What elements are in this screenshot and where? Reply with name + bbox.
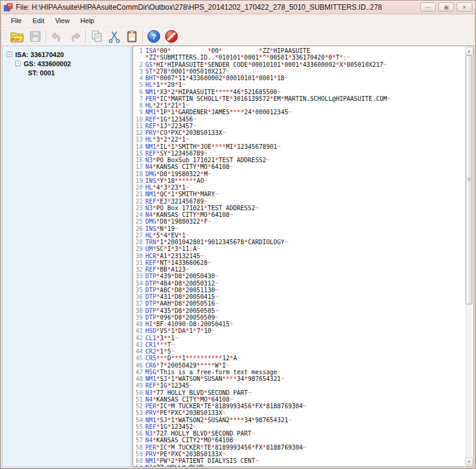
line-number: 45 xyxy=(135,355,143,361)
open-edi-file-button[interactable]: EDI xyxy=(9,29,26,45)
edi-line: 54NM1*SJ*1*WATSON2*SUSAN2****34*98765432… xyxy=(135,417,464,423)
edi-line: 19INS*Y*18******AO~ xyxy=(135,177,464,184)
title-bar[interactable]: File: H:\HIPAAsuite\HIPAAsuiteCommDir\Ou… xyxy=(1,1,475,14)
tree-item-gs[interactable]: -GS: 433600002 xyxy=(2,59,131,68)
line-text: NM1*IL*1*SMITH*JOE****MI*12345678901~ xyxy=(145,143,281,150)
copy-button[interactable] xyxy=(88,29,105,45)
scroll-up-arrow-icon[interactable]: ▲ xyxy=(465,47,473,55)
line-number: 55 xyxy=(135,423,143,430)
line-number: 14 xyxy=(135,143,143,150)
paste-button[interactable] xyxy=(123,29,140,45)
scrollbar-grip-icon xyxy=(467,178,471,182)
redo-button xyxy=(66,29,83,45)
line-number: 60 xyxy=(135,457,143,464)
line-text: UM*SC*I*3*11:A~ xyxy=(145,245,200,252)
line-number: 19 xyxy=(135,177,143,184)
edi-line: 27HL*5*4*EV*1~ xyxy=(135,232,464,239)
line-text: N3*77 HOLLY BLVD*SECOND PART~ xyxy=(145,389,252,396)
line-number: 22 xyxy=(135,198,143,205)
copy-icon xyxy=(90,30,103,43)
edi-line: 47MSG*This is a free-form text message~ xyxy=(135,369,464,375)
line-number: 9 xyxy=(135,109,143,115)
line-number: 15 xyxy=(135,150,143,157)
line-text: REF*BB*A123~ xyxy=(145,266,189,273)
toolbar-grip-handle[interactable] xyxy=(4,30,6,43)
menu-view[interactable]: View xyxy=(50,15,75,26)
line-text: CR5***D***1**********12*A~ xyxy=(145,355,241,361)
edi-line: 38DTP*435*D8*20050505~ xyxy=(135,307,464,314)
help-button[interactable]: ? xyxy=(145,29,162,45)
undo-button xyxy=(48,29,66,45)
collapse-expander-icon[interactable]: - xyxy=(15,61,21,66)
edi-line: 57N4*KANSAS CITY2*MO*64108~ xyxy=(135,437,464,443)
line-number: 7 xyxy=(135,95,143,102)
line-number: 26 xyxy=(135,225,143,232)
line-text: REF*1J*223457~ xyxy=(145,123,196,129)
edi-line: 4BHT*0007*11*433600002*00010101*0001*18~ xyxy=(135,75,464,81)
edi-line: 37DTP*AAH*D8*20050516~ xyxy=(135,300,464,307)
line-number: 53 xyxy=(135,409,143,416)
line-number: 17 xyxy=(135,163,143,170)
edi-line: 17N4*KANSAS CITY*MO*64108~ xyxy=(135,163,464,170)
tree-item-st[interactable]: ST: 0001 xyxy=(2,68,131,77)
edi-line: 32REF*BB*A123~ xyxy=(135,266,464,273)
edi-line: 44CR2*1*5~ xyxy=(135,348,464,355)
vertical-scrollbar[interactable]: ▲ ▼ xyxy=(465,47,473,466)
line-text: PRV*PE*PXC*203BS0133X~ xyxy=(145,409,226,416)
scrollbar-thumb[interactable] xyxy=(466,55,472,304)
line-text: INS*N*19~ xyxy=(145,225,178,232)
line-number: 51 xyxy=(135,396,143,403)
menu-edit[interactable]: Edit xyxy=(27,15,50,26)
tree-item-isa[interactable]: -ISA: 336170420 xyxy=(2,50,131,59)
tree-item-label: ST: 0001 xyxy=(28,69,55,77)
line-text: ST*278*0001*005010X217~ xyxy=(145,68,230,75)
svg-text:EDI: EDI xyxy=(12,37,20,42)
edi-line: 61N3*77 HOLLY BLVD xyxy=(135,464,464,467)
open-edi-folder-icon: EDI xyxy=(10,30,25,43)
line-text: NM1*SJ*1*WATSON2*SUSAN2****34*987654321~ xyxy=(145,417,292,423)
cut-button[interactable] xyxy=(105,29,123,45)
menu-help[interactable]: Help xyxy=(75,15,100,26)
edi-line: 36DTP*431*D8*20050415~ xyxy=(135,293,464,300)
collapse-expander-icon[interactable]: - xyxy=(7,52,12,57)
line-number: 1 xyxy=(135,47,143,54)
menu-bar: FileEditViewHelp xyxy=(2,15,474,27)
close-button[interactable]: ✕ xyxy=(457,2,472,12)
edi-line: 16N3*PO BoxSub 171021*TEST ADDRESS2~ xyxy=(135,157,464,163)
line-number: 39 xyxy=(135,314,143,321)
line-number: 61 xyxy=(135,464,143,467)
line-text: DTP*484*D8*20050312~ xyxy=(145,280,218,287)
maximize-button[interactable]: ▣ xyxy=(438,2,454,12)
minimize-button[interactable]: — xyxy=(420,2,436,12)
line-number: 38 xyxy=(135,307,143,314)
edi-line: 53PRV*PE*PXC*203BS0133X~ xyxy=(135,409,464,416)
app-window: File: H:\HIPAAsuite\HIPAAsuiteCommDir\Ou… xyxy=(0,0,476,469)
help-icon: ? xyxy=(147,29,161,44)
stop-icon xyxy=(164,29,179,44)
line-text: *ZZ*SUBMITTERS.ID..*010101*0001*^*00501*… xyxy=(145,54,350,61)
edi-line: 48NM1*SJ*1*WATSON*SUSAN****34*987654321~ xyxy=(135,375,464,382)
edi-text-editor[interactable]: 1ISA*00* *00* *ZZ*HIPAASUITE*ZZ*SUBMITTE… xyxy=(133,46,474,467)
stop-button[interactable] xyxy=(162,29,180,45)
line-text: INS*Y*18******AO~ xyxy=(145,177,207,184)
line-number: 57 xyxy=(135,437,143,443)
line-number: 35 xyxy=(135,287,143,293)
line-text: ISA*00* *00* *ZZ*HIPAASUITE xyxy=(145,47,310,54)
edi-line: 15REF*SY*123456789~ xyxy=(135,150,464,157)
line-text: BHT*0007*11*433600002*00010101*0001*18~ xyxy=(145,75,288,81)
line-number: 33 xyxy=(135,273,143,279)
window-controls: —▣✕ xyxy=(418,2,472,12)
line-number: 40 xyxy=(135,321,143,327)
line-number: 13 xyxy=(135,136,143,143)
scroll-down-arrow-icon[interactable]: ▼ xyxy=(465,457,473,466)
tree-item-label: GS: 433600002 xyxy=(24,60,71,67)
menu-file[interactable]: File xyxy=(5,15,27,26)
edi-line: 52PER*IC*M TUCKER*TE*8189993456*FX*81887… xyxy=(135,403,464,409)
edi-line: 41HSD*VS*1*DA*1*7*10~ xyxy=(135,327,464,334)
edi-line: 8HL*2*1*21*1~ xyxy=(135,102,464,109)
line-text: DMG*D8*19580322*M~ xyxy=(145,171,211,177)
edi-structure-tree[interactable]: -ISA: 336170420-GS: 433600002ST: 0001 xyxy=(2,46,131,467)
line-text: HL*2*1*21*1~ xyxy=(145,102,189,109)
edi-line: 46CR6*7*20050429*****W*I~ xyxy=(135,362,464,369)
line-text: HL*1**20*1~ xyxy=(145,81,185,88)
